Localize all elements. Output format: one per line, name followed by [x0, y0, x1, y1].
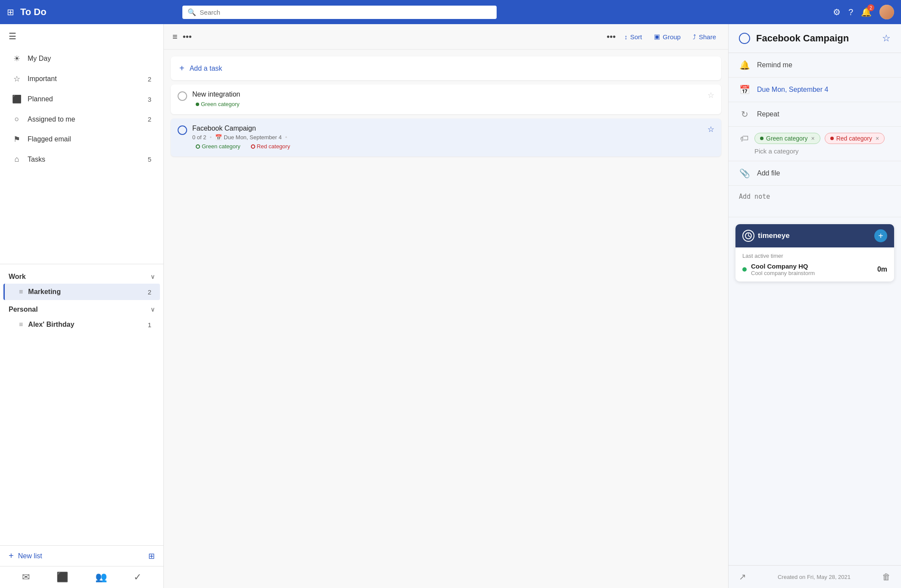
list-item-marketing[interactable]: ≡ Marketing 2 — [3, 284, 160, 300]
sidebar-label-important: Important — [28, 75, 142, 83]
personal-chevron-icon: ∨ — [150, 306, 155, 313]
sidebar-item-my-day[interactable]: ☀ My Day — [3, 49, 160, 69]
notifications-icon[interactable]: 🔔 2 — [861, 7, 872, 17]
bell-icon: 🔔 — [739, 60, 750, 70]
help-icon[interactable]: ? — [848, 7, 853, 17]
detail-created-label: Created on Fri, May 28, 2021 — [753, 574, 875, 580]
planned-icon: ⬛ — [12, 94, 22, 104]
tasks-icon: ⌂ — [12, 155, 22, 164]
new-list-button[interactable]: + New list ⊞ — [9, 551, 155, 561]
sidebar-footer: + New list ⊞ — [0, 545, 163, 566]
sidebar-item-planned[interactable]: ⬛ Planned 3 — [3, 89, 160, 109]
chip-green-remove[interactable]: × — [811, 135, 815, 142]
task-circle-new-integration[interactable] — [178, 91, 187, 101]
detail-task-circle[interactable] — [739, 33, 750, 44]
detail-footer: ↗ Created on Fri, May 28, 2021 🗑 — [729, 565, 901, 588]
planned-count: 3 — [148, 96, 151, 103]
task-title-facebook-campaign: Facebook Campaign — [192, 125, 702, 132]
bottom-calendar-icon[interactable]: ⬛ — [56, 572, 68, 583]
search-input[interactable] — [200, 9, 491, 16]
remind-me-section[interactable]: 🔔 Remind me — [729, 53, 901, 78]
note-input[interactable] — [739, 193, 891, 208]
timeneye-logo: timeneye — [742, 230, 790, 242]
list-item-birthday[interactable]: ≡ Alex' Birthday 1 — [3, 316, 160, 333]
group-button[interactable]: ▣ Group — [651, 31, 684, 42]
search-bar: 🔍 — [182, 6, 497, 19]
detail-export-icon[interactable]: ↗ — [739, 572, 746, 582]
avatar-image — [879, 5, 894, 19]
timeneye-project-name: Cool Company HQ — [751, 263, 873, 270]
app-title: To Do — [20, 6, 47, 18]
add-task-label: Add a task — [190, 65, 222, 72]
sidebar-item-assigned[interactable]: ○ Assigned to me 2 — [3, 109, 160, 129]
add-file-section[interactable]: 📎 Add file — [729, 161, 901, 186]
group-work-header[interactable]: Work ∨ — [0, 268, 163, 283]
timeneye-header: timeneye + — [735, 224, 894, 247]
detail-delete-icon[interactable]: 🗑 — [882, 572, 891, 582]
sidebar-label-my-day: My Day — [28, 55, 151, 63]
timeneye-add-button[interactable]: + — [874, 229, 887, 242]
add-task-plus-icon: + — [179, 63, 185, 73]
sidebar-menu-button[interactable]: ☰ — [0, 24, 163, 48]
detail-star-icon[interactable]: ☆ — [882, 33, 891, 44]
avatar[interactable] — [879, 5, 894, 19]
timeneye-project-desc: Cool company brainstorm — [751, 270, 873, 276]
topbar: ⊞ To Do 🔍 ⚙ ? 🔔 2 — [0, 0, 901, 24]
new-list-plus-icon: + — [9, 551, 14, 561]
due-date-icon: 📅 — [739, 84, 750, 95]
detail-panel: Facebook Campaign ☆ 🔔 Remind me 📅 Due Mo… — [729, 24, 901, 588]
timeneye-logo-icon — [742, 230, 754, 242]
chip-green-dot — [760, 137, 763, 140]
share-button[interactable]: ⤴ Share — [689, 31, 720, 42]
settings-icon[interactable]: ⚙ — [833, 7, 841, 17]
toolbar-more-icon-2[interactable]: ••• — [607, 32, 616, 42]
task-subtask-count: 0 of 2 — [192, 134, 206, 141]
category-chip-green[interactable]: Green category × — [754, 133, 820, 144]
sidebar-item-important[interactable]: ☆ Important 2 — [3, 69, 160, 89]
detail-task-title: Facebook Campaign — [756, 33, 876, 44]
new-list-template-icon[interactable]: ⊞ — [148, 551, 155, 561]
due-date-section[interactable]: 📅 Due Mon, September 4 — [729, 78, 901, 102]
categories-section: 🏷 Green category × Red category × Pick a… — [729, 127, 901, 161]
sidebar-divider — [0, 264, 163, 264]
sidebar-item-flagged[interactable]: ⚑ Flagged email — [3, 129, 160, 149]
task-card-new-integration[interactable]: New integration Green category ☆ — [171, 84, 721, 114]
share-label: Share — [699, 33, 716, 41]
green-dot-2 — [196, 144, 200, 149]
app-grid-icon[interactable]: ⊞ — [7, 7, 14, 17]
birthday-list-label: Alex' Birthday — [28, 321, 142, 328]
sort-button[interactable]: ↕ Sort — [621, 31, 645, 42]
share-icon: ⤴ — [693, 33, 696, 41]
timeneye-widget: timeneye + Last active timer Cool Compan… — [735, 224, 894, 281]
sidebar-item-tasks[interactable]: ⌂ Tasks 5 — [3, 150, 160, 169]
repeat-section[interactable]: ↻ Repeat — [729, 102, 901, 127]
assigned-icon: ○ — [12, 115, 22, 124]
task-card-facebook-campaign[interactable]: Facebook Campaign 0 of 2 • 📅 Due Mon, Se… — [171, 119, 721, 156]
bottom-check-icon[interactable]: ✓ — [134, 572, 141, 583]
my-day-icon: ☀ — [12, 54, 22, 63]
timeneye-entry-info: Cool Company HQ Cool company brainstorm — [751, 263, 873, 276]
group-personal-header[interactable]: Personal ∨ — [0, 300, 163, 316]
chip-red-remove[interactable]: × — [876, 135, 879, 142]
task-star-new-integration[interactable]: ☆ — [707, 91, 714, 100]
group-label: Group — [663, 33, 681, 41]
group-personal-label: Personal — [9, 306, 38, 313]
sidebar: ☰ ☀ My Day ☆ Important 2 ⬛ Planned 3 ○ A… — [0, 24, 164, 588]
flagged-icon: ⚑ — [12, 134, 22, 144]
task-category-green-1: Green category — [192, 100, 243, 108]
paperclip-icon: 📎 — [739, 168, 750, 178]
sidebar-label-tasks: Tasks — [28, 156, 142, 163]
toolbar-more-icon-1[interactable]: ••• — [183, 32, 192, 42]
list-view-icon[interactable]: ≡ — [172, 32, 178, 42]
note-section — [729, 186, 901, 217]
category-chip-red[interactable]: Red category × — [825, 133, 885, 144]
important-count: 2 — [148, 75, 151, 83]
important-icon: ☆ — [12, 74, 22, 84]
bottom-people-icon[interactable]: 👥 — [95, 572, 107, 583]
add-task-button[interactable]: + Add a task — [171, 56, 721, 80]
pick-category-label[interactable]: Pick a category — [754, 147, 891, 155]
task-star-facebook-campaign[interactable]: ☆ — [707, 125, 714, 134]
task-circle-facebook-campaign[interactable] — [178, 125, 187, 135]
bottom-mail-icon[interactable]: ✉ — [22, 572, 30, 583]
marketing-list-label: Marketing — [28, 288, 142, 296]
